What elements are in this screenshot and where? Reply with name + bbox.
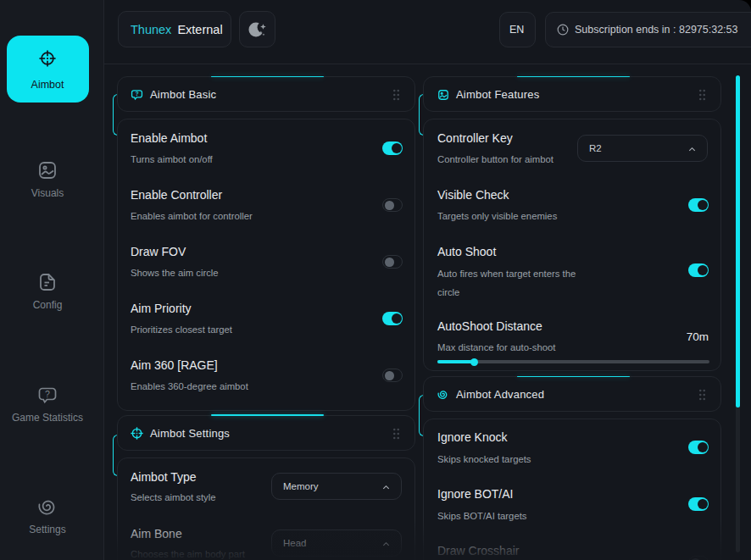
svg-text:?: ?	[45, 389, 50, 399]
svg-text:?: ?	[135, 91, 138, 97]
